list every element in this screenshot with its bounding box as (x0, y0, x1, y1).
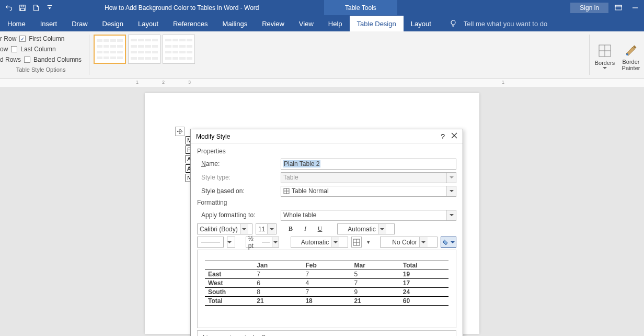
shading-button[interactable] (441, 237, 456, 248)
svg-rect-2 (21, 8, 25, 10)
undo-icon[interactable] (3, 2, 15, 14)
borders-preset[interactable] (351, 237, 362, 248)
preview-table: Jan Feb Mar Total East77519 West64717 So… (205, 261, 448, 306)
style-description: Line spacing: single, Space After: 0 pt,… (197, 330, 456, 336)
bold-button[interactable]: B (285, 223, 296, 234)
horizontal-ruler: 1 2 3 1 (0, 79, 644, 88)
tab-review[interactable]: Review (255, 16, 292, 31)
based-on-label: Style based on: (197, 187, 281, 195)
svg-rect-1 (21, 5, 24, 7)
table-style-1[interactable] (94, 35, 126, 64)
font-field[interactable]: Calibri (Body) (197, 223, 252, 234)
qat-customize-icon[interactable] (44, 2, 55, 14)
apply-to-label: Apply formatting to: (197, 211, 281, 219)
last-column-label: Last Column (20, 46, 55, 53)
tellme-input[interactable] (463, 19, 567, 28)
line-weight-field[interactable]: ½ pt (246, 237, 279, 248)
tab-view[interactable]: View (292, 16, 321, 31)
banded-rows-label: d Rows (0, 56, 21, 63)
font-color-field[interactable]: Automatic (337, 223, 395, 234)
ribbon: r Row ✓First Column ow Last Column d Row… (0, 31, 644, 79)
line-style-dd[interactable] (227, 237, 235, 248)
svg-point-7 (451, 20, 455, 25)
table-style-options-group: Table Style Options (0, 65, 82, 73)
tab-design[interactable]: Design (95, 16, 131, 31)
size-field[interactable]: 11 (256, 223, 277, 234)
formatting-section: Formatting (197, 199, 456, 206)
tab-layout[interactable]: Layout (131, 16, 166, 31)
svg-point-11 (626, 53, 628, 55)
tab-help[interactable]: Help (321, 16, 350, 31)
line-style-field[interactable] (197, 237, 224, 248)
painter-icon (623, 42, 639, 58)
last-column-check[interactable] (11, 46, 17, 52)
tab-mailings[interactable]: Mailings (215, 16, 255, 31)
preview-box: Jan Feb Mar Total East77519 West64717 So… (197, 250, 456, 328)
ribbon-tabs: Home Insert Draw Design Layout Reference… (0, 16, 644, 31)
borders-icon (597, 43, 613, 59)
style-type-field: Table (281, 172, 456, 183)
document-title: How to Add Background Color to Tables in… (105, 4, 259, 12)
name-field[interactable]: Plain Table 2 (281, 159, 456, 170)
dialog-title: Modify Style (196, 133, 230, 140)
modify-style-dialog: Modify Style ? Properties Name: Plain Ta… (190, 129, 463, 336)
ribbon-display-icon[interactable] (612, 1, 625, 15)
borders-button[interactable]: Borders (592, 31, 618, 78)
contextual-tab-group: Table Tools (324, 0, 397, 16)
borders-preset-dd[interactable]: ▼ (365, 240, 372, 245)
style-type-label: Style type: (197, 174, 281, 181)
italic-button[interactable]: I (300, 223, 311, 234)
underline-button[interactable]: U (314, 223, 326, 234)
table-move-handle[interactable] (175, 127, 185, 136)
tab-table-layout[interactable]: Layout (404, 16, 439, 31)
header-row-label: r Row (0, 35, 16, 42)
name-label: Name: (197, 160, 281, 167)
banded-columns-check[interactable] (24, 57, 30, 63)
banded-columns-label: Banded Columns (33, 56, 82, 63)
total-row-label: ow (0, 46, 8, 53)
document-area: M F A A N Modify Style ? Properties Name… (0, 88, 644, 336)
table-style-2[interactable] (128, 35, 160, 64)
close-icon[interactable] (451, 132, 457, 140)
svg-rect-3 (48, 5, 52, 6)
first-column-check[interactable]: ✓ (19, 36, 26, 42)
signin-button[interactable]: Sign in (570, 3, 608, 13)
apply-to-field[interactable]: Whole table (281, 210, 456, 221)
properties-section: Properties (197, 148, 456, 155)
new-doc-icon[interactable] (30, 2, 42, 14)
table-style-3[interactable] (163, 35, 195, 64)
first-column-label: First Column (29, 35, 64, 42)
border-painter-button[interactable]: Border Painter (618, 31, 644, 78)
lightbulb-icon (449, 19, 457, 29)
fill-color-field[interactable]: No Color (380, 237, 438, 248)
based-on-field[interactable]: Table Normal (281, 186, 456, 197)
svg-rect-4 (615, 5, 622, 10)
tab-draw[interactable]: Draw (64, 16, 95, 31)
titlebar: How to Add Background Color to Tables in… (0, 0, 644, 16)
minimize-icon[interactable] (628, 1, 642, 15)
help-button[interactable]: ? (441, 132, 445, 141)
svg-rect-5 (615, 5, 622, 7)
table-styles-gallery[interactable] (91, 31, 197, 78)
tab-insert[interactable]: Insert (33, 16, 65, 31)
tab-table-design[interactable]: Table Design (350, 16, 404, 31)
tab-home[interactable]: Home (0, 16, 33, 31)
save-icon[interactable] (17, 2, 28, 14)
tab-references[interactable]: References (166, 16, 215, 31)
pen-color-field[interactable]: Automatic (291, 237, 348, 248)
